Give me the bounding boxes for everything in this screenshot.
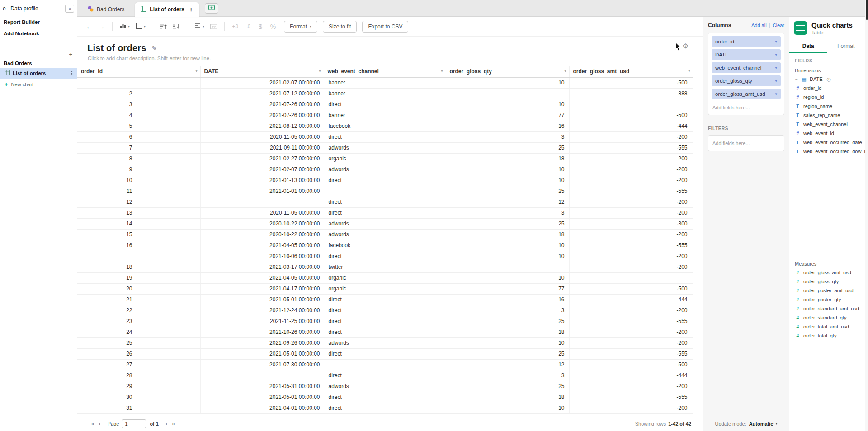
table-cell bbox=[324, 186, 446, 197]
column-menu-caret-icon[interactable]: ▾ bbox=[564, 69, 566, 73]
dimension-web_event_channel[interactable]: Tweb_event_channel bbox=[789, 120, 865, 129]
collapse-sidebar-button[interactable]: « bbox=[65, 5, 74, 13]
column-menu-caret-icon[interactable]: ▾ bbox=[195, 69, 197, 73]
undo-button[interactable]: ← bbox=[84, 21, 94, 33]
first-page-button[interactable]: « bbox=[89, 421, 97, 427]
chart-description-placeholder[interactable]: Click to add chart description. Shift-en… bbox=[77, 53, 703, 61]
scrollbar-thumb[interactable] bbox=[866, 0, 868, 20]
clear-link[interactable]: Clear bbox=[773, 23, 784, 28]
table-cell: 2021-11-25 00:00:00 bbox=[200, 316, 324, 327]
filters-dropzone[interactable]: Add fields here... bbox=[708, 135, 784, 151]
chart-title[interactable]: List of orders bbox=[87, 43, 146, 53]
sidebar-chart-label: List of orders bbox=[13, 70, 46, 76]
dimension-region_name[interactable]: Tregion_name bbox=[789, 102, 865, 111]
vertical-scrollbar[interactable] bbox=[865, 0, 868, 431]
pill-caret-icon[interactable]: ▾ bbox=[775, 66, 777, 70]
pill-caret-icon[interactable]: ▾ bbox=[775, 92, 777, 96]
chevron-down-icon: ▾ bbox=[144, 24, 146, 28]
sort-descending-button[interactable] bbox=[171, 21, 182, 33]
update-mode-dropdown[interactable]: Automatic ▾ bbox=[749, 421, 778, 426]
chart-settings-gear-icon[interactable]: ⚙ bbox=[683, 42, 689, 50]
column-header-web_event_channel[interactable]: web_event_channel▾ bbox=[324, 66, 446, 77]
sidebar-item-report-builder[interactable]: Report Builder bbox=[0, 16, 77, 28]
dimension-web_event_occurred_dow_n[interactable]: Tweb_event_occurred_dow_n bbox=[789, 147, 865, 156]
sidebar-item-list-of-orders[interactable]: List of orders ⋮ bbox=[0, 68, 77, 79]
column-menu-caret-icon[interactable]: ▾ bbox=[441, 69, 443, 73]
results-table-container[interactable]: order_id▾DATE▾web_event_channel▾order_gl… bbox=[77, 66, 703, 416]
new-chart-button[interactable]: + New chart bbox=[0, 79, 77, 90]
column-pill-order_gloss_amt_usd[interactable]: order_gloss_amt_usd▾ bbox=[712, 89, 781, 99]
previous-page-button[interactable]: ‹ bbox=[97, 421, 103, 427]
alignment-dropdown[interactable]: ▾ bbox=[192, 22, 207, 31]
columns-add-fields-placeholder[interactable]: Add fields here... bbox=[712, 102, 781, 113]
dimension-order_id[interactable]: #order_id bbox=[789, 84, 865, 93]
chart-menu-kebab-icon[interactable]: ⋮ bbox=[69, 70, 74, 76]
column-header-order_id[interactable]: order_id▾ bbox=[77, 66, 200, 77]
chart-toolbar: ← → ▾ ▾ bbox=[77, 17, 703, 37]
table-row: 162021-04-05 00:00:00facebook10-555 bbox=[77, 240, 693, 251]
table-row: 112021-01-01 00:00:0025-555 bbox=[77, 186, 693, 197]
pill-caret-icon[interactable]: ▾ bbox=[775, 79, 777, 83]
next-page-button[interactable]: › bbox=[163, 421, 170, 427]
table-cell: -200 bbox=[569, 131, 693, 142]
tab-format[interactable]: Format bbox=[827, 39, 865, 53]
add-all-link[interactable]: Add all bbox=[751, 23, 767, 28]
collapse-minus-icon[interactable]: − bbox=[795, 77, 798, 82]
edit-title-pencil-icon[interactable]: ✎ bbox=[152, 45, 157, 52]
column-pill-order_gloss_qty[interactable]: order_gloss_qty▾ bbox=[712, 75, 781, 86]
pill-caret-icon[interactable]: ▾ bbox=[775, 39, 777, 44]
column-pill-order_id[interactable]: order_id▾ bbox=[712, 36, 781, 47]
column-header-order_gloss_qty[interactable]: order_gloss_qty▾ bbox=[446, 66, 569, 77]
dimension-DATE[interactable]: −▤DATE◷ bbox=[789, 75, 865, 84]
dimension-web_event_id[interactable]: #web_event_id bbox=[789, 129, 865, 138]
last-page-button[interactable]: » bbox=[170, 421, 177, 427]
export-to-csv-button[interactable]: Export to CSV bbox=[362, 21, 408, 33]
measure-order_standard_amt_usd[interactable]: #order_standard_amt_usd bbox=[789, 304, 865, 313]
add-section-button[interactable]: + bbox=[69, 51, 72, 58]
measure-order_gloss_amt_usd[interactable]: #order_gloss_amt_usd bbox=[789, 268, 865, 277]
table-cell: adwords bbox=[324, 142, 446, 153]
table-cell: 2021-03-17 00:00:00 bbox=[200, 262, 324, 272]
table-cell: -555 bbox=[569, 240, 693, 251]
table-cell: 16 bbox=[77, 240, 200, 251]
new-tab-button[interactable] bbox=[205, 3, 218, 14]
table-cell: adwords bbox=[324, 337, 446, 348]
dimension-sales_rep_name[interactable]: Tsales_rep_name bbox=[789, 111, 865, 120]
format-button[interactable]: Format ▾ bbox=[284, 21, 317, 33]
chart-type-dropdown[interactable]: ▾ bbox=[118, 21, 132, 32]
table-cell: -200 bbox=[569, 251, 693, 262]
size-to-fit-button[interactable]: Size to fit bbox=[323, 21, 357, 33]
page-number-input[interactable] bbox=[122, 419, 146, 428]
column-header-DATE[interactable]: DATE▾ bbox=[200, 66, 324, 77]
dimension-region_id[interactable]: #region_id bbox=[789, 93, 865, 102]
column-menu-caret-icon[interactable]: ▾ bbox=[319, 69, 321, 73]
table-cell bbox=[446, 262, 569, 272]
column-menu-caret-icon[interactable]: ▾ bbox=[688, 69, 690, 73]
measure-order_poster_amt_usd[interactable]: #order_poster_amt_usd bbox=[789, 286, 865, 295]
tab-menu-kebab-icon[interactable]: ⋮ bbox=[189, 7, 193, 13]
tab-data[interactable]: Data bbox=[789, 39, 827, 53]
table-cell: -555 bbox=[569, 142, 693, 153]
report-name[interactable]: Bad Orders bbox=[0, 58, 77, 68]
table-options-dropdown[interactable]: ▾ bbox=[134, 22, 148, 32]
sort-ascending-button[interactable] bbox=[158, 21, 169, 33]
bar-chart-icon bbox=[120, 23, 126, 30]
column-pill-DATE[interactable]: DATE▾ bbox=[712, 49, 781, 60]
measure-order_total_amt_usd[interactable]: #order_total_amt_usd bbox=[789, 322, 865, 331]
pill-caret-icon[interactable]: ▾ bbox=[775, 52, 777, 57]
table-cell: 23 bbox=[77, 316, 200, 327]
tab-bad-orders[interactable]: Bad Orders bbox=[82, 3, 130, 16]
clock-icon[interactable]: ◷ bbox=[827, 76, 831, 82]
measure-order_standard_qty[interactable]: #order_standard_qty bbox=[789, 313, 865, 322]
number-type-icon: # bbox=[795, 94, 801, 100]
dimension-web_event_occurred_date[interactable]: Tweb_event_occurred_date bbox=[789, 138, 865, 147]
column-header-order_gloss_amt_usd[interactable]: order_gloss_amt_usd▾ bbox=[569, 66, 693, 77]
tab-list-of-orders[interactable]: List of orders ⋮ bbox=[135, 2, 199, 17]
column-pill-web_event_channel[interactable]: web_event_channel▾ bbox=[712, 62, 781, 73]
measure-order_poster_qty[interactable]: #order_poster_qty bbox=[789, 295, 865, 304]
measure-order_total_qty[interactable]: #order_total_qty bbox=[789, 331, 865, 340]
measure-order_gloss_qty[interactable]: #order_gloss_qty bbox=[789, 277, 865, 286]
columns-dropzone[interactable]: order_id▾DATE▾web_event_channel▾order_gl… bbox=[708, 33, 784, 115]
sidebar-item-add-notebook[interactable]: Add Notebook bbox=[0, 28, 77, 39]
table-cell: 2021-08-12 00:00:00 bbox=[200, 121, 324, 131]
